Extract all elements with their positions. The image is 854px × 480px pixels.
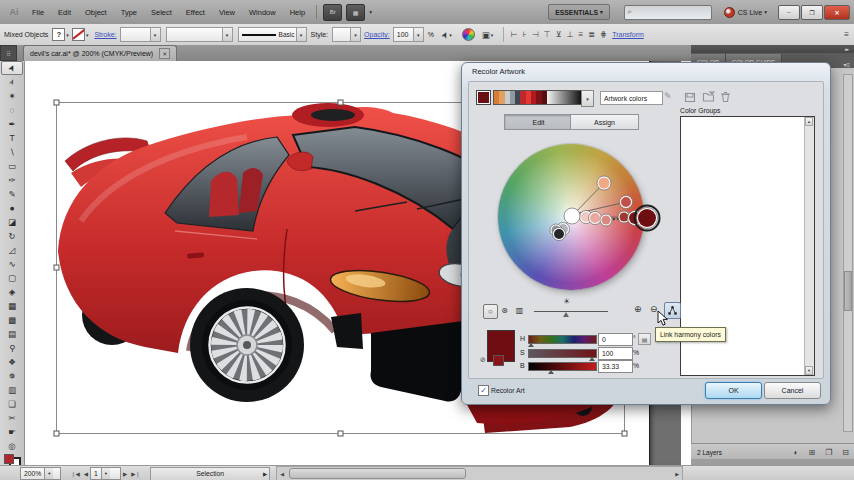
restore-button[interactable]: ❐ — [801, 5, 823, 20]
horizontal-scrollbar[interactable]: ◀ ▶ — [276, 466, 683, 480]
workspace-switcher-button[interactable]: ESSENTIALS ▾ — [548, 4, 609, 20]
scroll-right-icon[interactable]: ▶ — [672, 471, 682, 477]
line-segment-tool[interactable]: ∖ — [2, 145, 22, 159]
rotate-tool[interactable]: ↻ — [2, 229, 22, 243]
panel-toggle-icon[interactable]: ≡ — [844, 30, 849, 39]
close-tab-icon[interactable]: ✕ — [159, 48, 170, 59]
menu-select[interactable]: Select — [144, 8, 179, 17]
menu-type[interactable]: Type — [114, 8, 144, 17]
recolor-artwork-icon[interactable] — [462, 28, 475, 41]
status-flyout-icon[interactable]: ▶ — [263, 471, 267, 477]
chevron-down-icon[interactable]: ▾ — [86, 32, 89, 38]
bridge-icon[interactable]: Br — [323, 4, 342, 21]
chevron-down-icon[interactable]: ▾ — [581, 90, 594, 107]
save-color-group-icon[interactable] — [684, 91, 696, 103]
slider-value-input[interactable]: 33.33 — [598, 360, 633, 373]
eyedropper-tool[interactable]: ⚲ — [2, 341, 22, 355]
scroll-down-icon[interactable]: ▼ — [805, 366, 813, 375]
color-wheel[interactable] — [498, 144, 644, 290]
align-vertical-center-icon[interactable]: ⊻ — [556, 30, 562, 39]
zoom-tool[interactable]: ◎ — [2, 439, 22, 453]
align-horizontal-right-icon[interactable]: ⊣ — [532, 30, 539, 39]
blob-brush-tool[interactable]: ● — [2, 201, 22, 215]
current-color-swatch[interactable] — [476, 90, 491, 105]
style-combo[interactable]: ▾ — [332, 27, 361, 42]
align-horizontal-center-icon[interactable]: ⊦ — [523, 30, 527, 39]
perspective-grid-tool[interactable]: ▦ — [2, 299, 22, 313]
width-profile-combo[interactable]: ▾ — [166, 27, 233, 42]
column-graph-tool[interactable]: ▥ — [2, 383, 22, 397]
menu-help[interactable]: Help — [283, 8, 312, 17]
mesh-tool[interactable]: ▩ — [2, 313, 22, 327]
brightness-slider-handle[interactable] — [563, 312, 569, 317]
opacity-link[interactable]: Opacity: — [364, 31, 390, 38]
create-new-layer-icon[interactable]: ❐ — [825, 448, 832, 457]
dock-collapse-bar[interactable]: ▸▸ — [691, 45, 854, 53]
transform-link[interactable]: Transform — [612, 31, 644, 38]
menu-file[interactable]: File — [25, 8, 51, 17]
delete-color-group-icon[interactable] — [720, 91, 731, 103]
close-button[interactable]: ✕ — [824, 5, 850, 20]
menu-effect[interactable]: Effect — [179, 8, 212, 17]
pencil-tool[interactable]: ✎ — [2, 187, 22, 201]
menu-edit[interactable]: Edit — [51, 8, 78, 17]
previous-artboard-button[interactable]: ◀ — [84, 471, 88, 477]
stroke-weight-combo[interactable]: ▾ — [120, 27, 161, 42]
isolate-object-icon[interactable]: ▣▾ — [482, 30, 497, 40]
lasso-tool[interactable]: ◌ — [2, 103, 22, 117]
b-slider[interactable] — [528, 362, 597, 371]
search-input[interactable]: ⌕ — [624, 5, 712, 20]
last-artboard-button[interactable]: ▶❘ — [131, 471, 140, 477]
new-color-group-icon[interactable] — [702, 91, 715, 103]
first-artboard-button[interactable]: ❘◀ — [71, 471, 80, 477]
next-artboard-button[interactable]: ▶ — [123, 471, 127, 477]
chevron-down-icon[interactable]: ▾ — [369, 9, 372, 15]
stroke-link[interactable]: Stroke: — [94, 31, 116, 38]
opacity-input[interactable]: 100▾ — [393, 27, 424, 42]
scroll-up-icon[interactable]: ▲ — [805, 117, 813, 126]
scrollbar-thumb[interactable] — [289, 468, 466, 479]
free-transform-tool[interactable]: ▢ — [2, 271, 22, 285]
distribute-top-icon[interactable]: ≡ — [579, 30, 584, 39]
recolor-artwork-dialog[interactable]: Recolor Artwork ▾ Artwork colors ✎ Color… — [461, 62, 831, 405]
edit-preset-icon[interactable]: ✎ — [664, 91, 672, 101]
menu-object[interactable]: Object — [78, 8, 114, 17]
select-similar-icon[interactable]: ➤▾ — [441, 30, 455, 40]
minimize-button[interactable]: – — [778, 5, 800, 20]
list-scrollbar[interactable]: ▲ ▼ — [804, 117, 814, 375]
gamut-warning-icon[interactable]: ⊘ — [480, 356, 486, 364]
width-tool[interactable]: ∿ — [2, 257, 22, 271]
brightness-slider[interactable] — [534, 311, 608, 312]
panel-scrollbar[interactable] — [843, 74, 853, 432]
panel-menu-icon[interactable]: ▾≡ — [843, 61, 850, 68]
type-tool[interactable]: T — [2, 131, 22, 145]
scroll-left-icon[interactable]: ◀ — [277, 471, 287, 477]
tab-overflow-icon[interactable]: ⠿ — [0, 45, 17, 61]
ok-button[interactable]: OK — [705, 382, 762, 399]
menu-window[interactable]: Window — [242, 8, 283, 17]
distribute-center-icon[interactable]: ≣ — [588, 30, 595, 39]
align-vertical-top-icon[interactable]: ⊤ — [544, 30, 551, 39]
slider-value-input[interactable]: 0 — [598, 333, 633, 346]
scrollbar-thumb[interactable] — [844, 271, 852, 311]
direct-selection-tool[interactable]: ➢ — [2, 75, 22, 89]
add-color-tool-icon[interactable]: ⊕ — [634, 304, 642, 314]
segmented-color-wheel-icon[interactable]: ⊛ — [498, 304, 511, 317]
distribute-bottom-icon[interactable]: ⋕ — [600, 30, 607, 39]
make-clipping-mask-icon[interactable]: ◐ — [794, 448, 799, 457]
tab-assign[interactable]: Assign — [570, 114, 639, 130]
eraser-tool[interactable]: ◪ — [2, 215, 22, 229]
scale-tool[interactable]: ◿ — [2, 243, 22, 257]
hand-tool[interactable]: ☛ — [2, 425, 22, 439]
artboard-tool[interactable]: ❏ — [2, 397, 22, 411]
slider-handle[interactable] — [548, 370, 554, 374]
arrange-documents-icon[interactable]: ▦ — [346, 4, 365, 21]
shape-builder-tool[interactable]: ◈ — [2, 285, 22, 299]
artwork-colors-strip[interactable] — [493, 90, 583, 105]
symbol-sprayer-tool[interactable]: ✵ — [2, 369, 22, 383]
stroke-none-swatch[interactable] — [72, 28, 85, 41]
artboard-number-combo[interactable]: 1 ▾ — [90, 467, 121, 480]
gradient-tool[interactable]: ▤ — [2, 327, 22, 341]
tab-edit[interactable]: Edit — [504, 114, 573, 130]
menu-view[interactable]: View — [212, 8, 242, 17]
